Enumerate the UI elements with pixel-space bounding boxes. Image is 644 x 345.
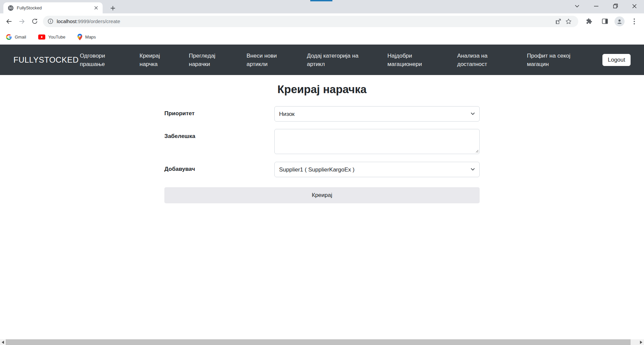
nav-item-availability-analysis[interactable]: Анализа на достапност [457,52,513,68]
top-accent-strip [310,0,332,1]
window-minimize-icon[interactable] [587,0,606,12]
create-order-form: Приоритет Низок Забелешка Добавувач [164,106,480,203]
note-textarea[interactable] [274,129,480,154]
back-icon[interactable] [3,15,15,28]
browser-toolbar: localhost:9999/orders/create [0,13,644,29]
priority-select[interactable]: Низок [274,106,480,122]
side-panel-icon[interactable] [598,15,611,28]
priority-field-row: Приоритет Низок [164,106,480,122]
page-title: Креирај нарачка [0,82,644,96]
nav-item-best-warehouse-workers[interactable]: Најдобри магационери [387,52,443,68]
toolbar-right-icons [582,15,641,28]
supplier-label: Добавувач [164,162,274,172]
url-domain: localhost [57,18,76,24]
bookmark-label: Gmail [15,34,26,40]
nav-item-enter-new-articles[interactable]: Внеси нови артикли [247,52,293,68]
gmail-icon [6,34,12,40]
supplier-select[interactable]: Supplier1 ( SupplierKargoEx ) [274,162,480,177]
priority-label: Приоритет [164,106,274,117]
note-label: Забелешка [164,129,274,140]
kebab-menu-icon[interactable] [628,15,641,28]
url-text[interactable]: localhost:9999/orders/create [57,18,553,24]
site-navbar: FULLYSTOCKED Одговори прашање Креирај на… [0,45,644,75]
browser-tab[interactable]: FullyStocked [3,2,103,13]
reload-icon[interactable] [28,15,41,28]
window-close-icon[interactable] [625,0,644,12]
tab-close-icon[interactable] [93,5,99,11]
site-info-icon[interactable] [48,18,53,24]
url-path: :9999/orders/create [76,18,120,24]
priority-control: Низок [274,106,480,122]
note-field-row: Забелешка [164,129,480,154]
logout-button[interactable]: Logout [602,54,631,66]
nav-item-profit-per-warehouse[interactable]: Профит на секој магацин [527,52,577,68]
profile-avatar-icon[interactable] [614,16,625,26]
youtube-icon [38,34,45,40]
nav-menu: Одговори прашање Креирај нарчка Прегледа… [80,52,577,68]
new-tab-button[interactable] [108,3,117,13]
note-control [274,129,480,154]
bookmark-youtube[interactable]: YouTube [38,34,65,40]
scrollbar-right-arrow-icon[interactable] [638,339,644,345]
extensions-puzzle-icon[interactable] [582,15,595,28]
globe-favicon-icon [8,5,13,11]
maps-icon [77,34,82,40]
scrollbar-thumb[interactable] [6,339,631,345]
tab-title: FullyStocked [17,5,93,10]
nav-item-create-order[interactable]: Креирај нарчка [140,52,175,68]
supplier-control: Supplier1 ( SupplierKargoEx ) [274,162,480,177]
bookmark-label: YouTube [48,34,65,40]
nav-item-answer-question[interactable]: Одговори прашање [80,52,125,68]
window-menu-chevron-icon[interactable] [568,0,587,12]
page-viewport: FULLYSTOCKED Одговори прашање Креирај на… [0,45,644,339]
bookmark-gmail[interactable]: Gmail [6,34,26,40]
browser-titlebar: FullyStocked [0,0,644,13]
bookmark-label: Maps [85,34,96,40]
window-controls [568,0,644,12]
share-icon[interactable] [553,16,564,26]
bookmark-maps[interactable]: Maps [77,34,96,40]
brand-logo[interactable]: FULLYSTOCKED [13,55,80,65]
bookmarks-bar: Gmail YouTube Maps [0,29,644,45]
nav-item-add-category[interactable]: Додај категорија на артикл [307,52,373,68]
scrollbar-left-arrow-icon[interactable] [0,339,6,345]
supplier-field-row: Добавувач Supplier1 ( SupplierKargoEx ) [164,162,480,177]
bookmark-star-icon[interactable] [564,16,574,26]
forward-icon[interactable] [15,15,28,28]
create-order-submit-button[interactable]: Креирај [164,187,480,203]
horizontal-scrollbar[interactable] [0,339,644,345]
url-address-bar[interactable]: localhost:9999/orders/create [43,16,578,27]
window-restore-icon[interactable] [606,0,625,12]
nav-item-view-orders[interactable]: Прегледај нарачки [189,52,232,68]
